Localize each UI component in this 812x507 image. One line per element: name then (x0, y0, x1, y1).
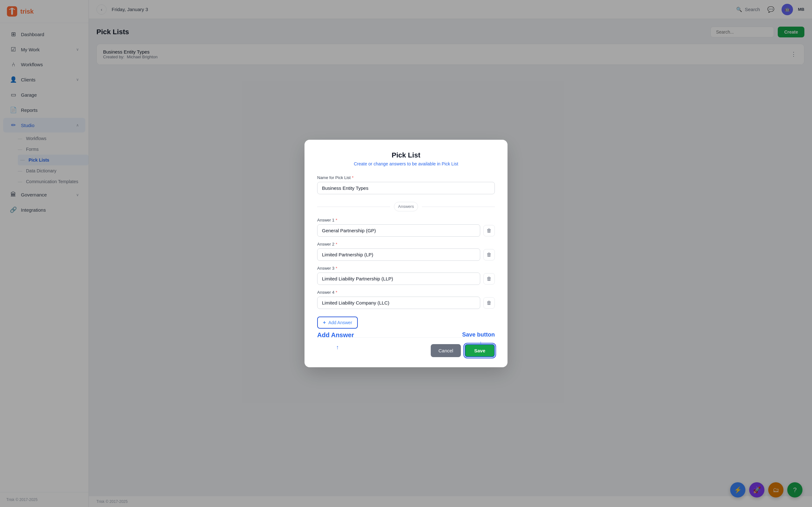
answer-group-3: Answer 3 * 🗑 (317, 266, 495, 285)
answer-1-input[interactable] (317, 224, 480, 237)
name-form-group: Name for Pick List * (317, 175, 495, 194)
save-button-annotation: Save button (462, 331, 495, 338)
answer-1-row: 🗑 (317, 224, 495, 237)
answer-2-input-wrap (317, 248, 480, 261)
divider-line-right (422, 207, 495, 207)
divider-label: Answers (394, 202, 418, 211)
add-answer-button[interactable]: + Add Answer (317, 317, 358, 329)
save-button-wrapper: Save button ↓ Save (465, 344, 495, 357)
answer-3-label: Answer 3 * (317, 266, 495, 271)
add-answer-section: + Add Answer ↑ (317, 314, 358, 329)
answer-group-4: Answer 4 * 🗑 (317, 290, 495, 309)
answer-1-input-wrap (317, 224, 480, 237)
delete-answer-4-button[interactable]: 🗑 (484, 297, 495, 308)
delete-answer-2-button[interactable]: 🗑 (484, 249, 495, 261)
save-button[interactable]: Save (465, 344, 495, 357)
answer-2-input[interactable] (317, 248, 480, 261)
required-indicator: * (352, 175, 353, 180)
required-indicator: * (336, 266, 337, 271)
answer-4-input[interactable] (317, 297, 480, 309)
answer-4-input-wrap (317, 297, 480, 309)
picklist-modal: Pick List Create or change answers to be… (305, 140, 507, 367)
answer-3-input[interactable] (317, 273, 480, 285)
modal-subtitle: Create or change answers to be available… (317, 161, 495, 166)
modal-footer: Cancel Save button ↓ Save (317, 337, 495, 357)
modal-title: Pick List (317, 151, 495, 159)
answer-1-label: Answer 1 * (317, 218, 495, 222)
plus-icon: + (323, 320, 326, 326)
modal-overlay[interactable]: Pick List Create or change answers to be… (0, 0, 812, 507)
answer-2-row: 🗑 (317, 248, 495, 261)
add-answer-label: Add Answer (328, 320, 352, 325)
divider-line-left (317, 207, 390, 207)
answer-2-label: Answer 2 * (317, 242, 495, 246)
required-indicator: * (336, 218, 337, 222)
name-label: Name for Pick List * (317, 175, 495, 180)
delete-answer-1-button[interactable]: 🗑 (484, 225, 495, 236)
answer-3-row: 🗑 (317, 273, 495, 285)
required-indicator: * (336, 290, 337, 295)
answer-4-label: Answer 4 * (317, 290, 495, 295)
answer-3-input-wrap (317, 273, 480, 285)
cancel-button[interactable]: Cancel (431, 344, 461, 357)
answer-group-2: Answer 2 * 🗑 (317, 242, 495, 261)
required-indicator: * (336, 242, 337, 246)
picklist-name-input[interactable] (317, 182, 495, 194)
answer-group-1: Answer 1 * 🗑 (317, 218, 495, 237)
delete-answer-3-button[interactable]: 🗑 (484, 273, 495, 285)
answers-divider: Answers (317, 202, 495, 211)
answer-4-row: 🗑 (317, 297, 495, 309)
